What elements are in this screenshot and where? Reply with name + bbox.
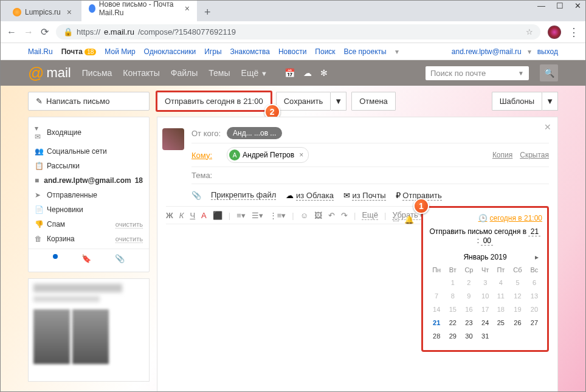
search-button[interactable]: 🔍 xyxy=(540,64,558,81)
search-input[interactable]: Поиск по почте▼ xyxy=(426,66,529,80)
calendar-day[interactable]: 29 xyxy=(445,329,460,343)
folder-item[interactable]: ➤Отправленные xyxy=(29,188,149,202)
nav-contacts[interactable]: Контакты xyxy=(123,68,159,78)
calendar-day[interactable]: 19 xyxy=(509,303,526,316)
cancel-button[interactable]: Отмена xyxy=(351,92,396,111)
calendar-day[interactable]: 10 xyxy=(478,289,493,303)
nav-link[interactable]: Поиск xyxy=(315,47,335,56)
nav-more[interactable]: Ещё ▼ xyxy=(241,68,267,78)
save-dropdown[interactable]: ▼ xyxy=(331,92,346,111)
calendar-day[interactable]: 11 xyxy=(493,289,509,303)
minimize-button[interactable]: — xyxy=(537,1,545,10)
nav-link[interactable]: Игры xyxy=(204,47,221,56)
recipient-chip[interactable]: А Андрей Петров × xyxy=(227,147,309,163)
reload-button[interactable]: ⟳ xyxy=(41,26,49,38)
undo-button[interactable]: ↶ xyxy=(328,211,335,220)
remove-chip-icon[interactable]: × xyxy=(299,151,303,159)
logout-link[interactable]: выход xyxy=(537,47,558,56)
calendar-day[interactable]: 9 xyxy=(460,289,478,303)
percent-icon[interactable]: ✻ xyxy=(320,68,328,78)
nav-link[interactable]: Почта xyxy=(61,47,83,56)
calendar-day[interactable]: 18 xyxy=(493,303,509,316)
receipt-icon[interactable]: ✉ xyxy=(393,215,399,224)
profile-avatar[interactable] xyxy=(548,26,561,39)
calendar-day[interactable]: 3 xyxy=(478,276,493,289)
folder-item[interactable]: 👎Спамочистить xyxy=(29,217,149,232)
folder-item[interactable]: 👥Социальные сети xyxy=(29,144,149,159)
calendar-day[interactable]: 7 xyxy=(428,289,445,303)
nav-link[interactable]: Mail.Ru xyxy=(28,47,53,56)
underline-button[interactable]: Ч xyxy=(190,211,195,220)
nav-link[interactable]: Мой Мир xyxy=(105,47,135,56)
calendar-day[interactable]: 20 xyxy=(526,303,542,316)
calendar-day[interactable]: 5 xyxy=(509,276,526,289)
calendar-day[interactable]: 23 xyxy=(460,316,478,329)
from-pill[interactable]: Анд... ...ов ... xyxy=(227,127,282,139)
maximize-button[interactable]: ☐ xyxy=(556,1,564,10)
nav-files[interactable]: Файлы xyxy=(171,68,198,78)
indent-button[interactable]: ☰▾ xyxy=(252,211,263,220)
templates-dropdown[interactable]: ▼ xyxy=(542,92,558,111)
notify-icon[interactable]: 🔔 xyxy=(404,215,414,224)
next-month-button[interactable]: ▸ xyxy=(535,253,539,261)
attach-cloud-link[interactable]: из Облака xyxy=(296,191,334,201)
redo-button[interactable]: ↷ xyxy=(341,211,348,220)
cc-link[interactable]: Копия xyxy=(492,151,512,159)
nav-themes[interactable]: Темы xyxy=(209,68,230,78)
calendar-day[interactable]: 21 xyxy=(428,316,445,329)
emoji-button[interactable]: ☺ xyxy=(300,211,308,220)
templates-button[interactable]: Шаблоны xyxy=(492,92,543,111)
hour-input[interactable] xyxy=(528,227,540,236)
folder-item[interactable]: 📋Рассылки xyxy=(29,159,149,173)
calendar-day[interactable]: 30 xyxy=(460,329,478,343)
folder-item[interactable]: 📄Черновики xyxy=(29,202,149,217)
folder-clear[interactable]: очистить xyxy=(115,221,143,229)
nav-link[interactable]: Одноклассники xyxy=(144,47,196,56)
calendar-day[interactable]: 13 xyxy=(526,289,542,303)
calendar-day[interactable]: 1 xyxy=(445,276,460,289)
calendar-day[interactable]: 22 xyxy=(445,316,460,329)
calendar-day[interactable]: 14 xyxy=(428,303,445,316)
nav-letters[interactable]: Письма xyxy=(82,68,112,78)
bg-button[interactable]: ⬛ xyxy=(213,211,222,220)
align-button[interactable]: ≡▾ xyxy=(236,211,246,220)
italic-button[interactable]: К xyxy=(179,211,184,220)
attach-file-link[interactable]: Прикрепить файл xyxy=(211,190,276,200)
clip-icon[interactable]: 📎 xyxy=(115,254,125,263)
send-scheduled-button[interactable]: Отправить сегодня в 21:00 2 xyxy=(157,92,271,111)
nav-link[interactable]: Знакомства xyxy=(230,47,270,56)
close-window-button[interactable]: ✕ xyxy=(574,1,581,10)
color-button[interactable]: A xyxy=(201,211,207,220)
list-button[interactable]: ⋮≡▾ xyxy=(269,211,286,220)
new-tab-button[interactable]: + xyxy=(199,4,216,21)
attach-mail-link[interactable]: из Почты xyxy=(352,191,385,201)
calendar-day[interactable]: 24 xyxy=(478,316,493,329)
folder-item[interactable]: ▾ ✉Входящие xyxy=(29,121,149,144)
forward-button[interactable]: → xyxy=(24,27,33,38)
calendar-day[interactable]: 8 xyxy=(445,289,460,303)
calendar-day[interactable]: 17 xyxy=(478,303,493,316)
browser-tab[interactable]: Lumpics.ru × xyxy=(5,3,79,21)
bold-button[interactable]: Ж xyxy=(166,211,173,220)
folder-item[interactable]: ■and.rew.lptw@gmail.com18 xyxy=(29,173,149,188)
dot-icon[interactable] xyxy=(53,254,58,259)
more-format-link[interactable]: Ещё xyxy=(362,210,378,220)
back-button[interactable]: ← xyxy=(7,27,16,38)
nav-link[interactable]: Новости xyxy=(278,47,306,56)
calendar-day[interactable]: 16 xyxy=(460,303,478,316)
folder-clear[interactable]: очистить xyxy=(115,235,143,243)
flag-icon[interactable]: 🔖 xyxy=(81,254,91,263)
save-button[interactable]: Сохранить xyxy=(276,92,331,111)
calendar-day[interactable]: 12 xyxy=(509,289,526,303)
tab-close-icon[interactable]: × xyxy=(185,4,190,13)
calendar-day[interactable]: 6 xyxy=(526,276,542,289)
cloud-icon[interactable]: ☁ xyxy=(303,68,312,78)
tab-close-icon[interactable]: × xyxy=(67,7,72,17)
calendar-day[interactable]: 25 xyxy=(493,316,509,329)
schedule-link[interactable]: 🕒 сегодня в 21:00 xyxy=(428,214,542,222)
calendar-day[interactable]: 27 xyxy=(526,316,542,329)
calendar-day[interactable]: 15 xyxy=(445,303,460,316)
image-button[interactable]: 🖼 xyxy=(314,211,322,220)
calendar-day[interactable]: 4 xyxy=(493,276,509,289)
menu-button[interactable]: ⋮ xyxy=(568,26,579,39)
